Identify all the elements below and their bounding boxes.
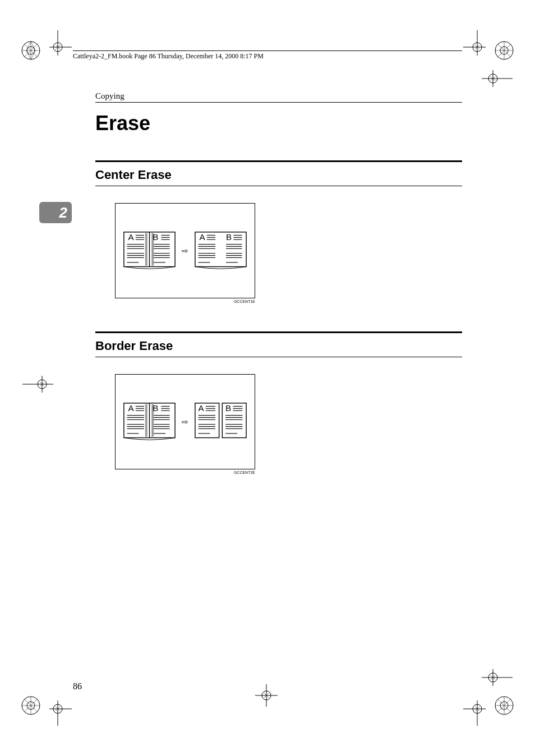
registration-mark-icon — [20, 39, 42, 62]
book-after-border-erase-icon: A B — [194, 399, 247, 444]
page-b-label: B — [225, 403, 231, 413]
divider — [95, 160, 462, 162]
divider — [95, 331, 462, 333]
arrow-right-icon: ⇨ — [182, 417, 188, 427]
figure-id: GCCENT1E — [115, 299, 255, 303]
arrow-right-icon: ⇨ — [182, 246, 188, 256]
page-b-label: B — [153, 403, 158, 413]
crop-mark-icon — [482, 669, 513, 686]
section-header: Copying — [95, 91, 462, 103]
book-before-icon: A B — [123, 228, 176, 273]
figure-id: GCCENT2E — [115, 471, 255, 474]
book-before-icon: A B — [123, 399, 176, 444]
page-a-label: A — [128, 403, 135, 413]
page-number: 86 — [73, 681, 82, 692]
page-a-label: A — [199, 403, 205, 413]
chapter-tab: 2 — [39, 202, 72, 223]
book-after-center-erase-icon: A B — [194, 228, 247, 273]
divider — [95, 357, 462, 357]
page-title: Erase — [95, 112, 462, 135]
crop-mark-icon — [482, 70, 513, 87]
border-erase-figure: A B ⇨ A B — [115, 374, 255, 469]
page-a-label: A — [128, 232, 135, 242]
subsection-title: Center Erase — [95, 168, 462, 182]
registration-mark-icon — [493, 39, 515, 62]
chapter-number: 2 — [59, 204, 67, 222]
crop-mark-icon — [458, 692, 486, 726]
crop-mark-icon — [49, 692, 77, 726]
crop-mark-icon — [22, 376, 53, 393]
running-header: Cattleya2-2_FM.book Page 86 Thursday, De… — [73, 50, 462, 61]
center-erase-figure: A B ⇨ A B — [115, 203, 255, 298]
page-a-label: A — [200, 232, 206, 242]
registration-mark-icon — [493, 694, 515, 717]
subsection-title: Border Erase — [95, 339, 462, 353]
page-b-label: B — [153, 232, 158, 242]
divider — [95, 186, 462, 186]
registration-mark-icon — [20, 694, 42, 717]
page-b-label: B — [226, 232, 232, 242]
